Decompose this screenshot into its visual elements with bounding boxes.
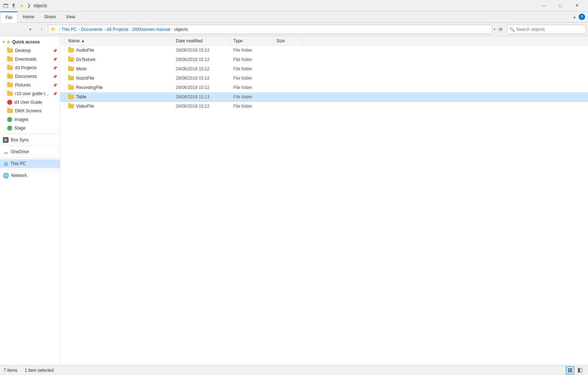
file-size-videofile [274, 102, 302, 111]
box-sync-icon: B [3, 137, 9, 143]
tab-file[interactable]: File [0, 11, 18, 23]
folder-icon-recordingfile [68, 85, 74, 90]
table-row[interactable]: VideoFile 28/06/2018 15:12 File folder [60, 102, 588, 111]
pictures-pin-icon: 📌 [53, 83, 57, 87]
file-size-mesh [274, 64, 302, 73]
tab-view[interactable]: View [61, 11, 80, 22]
table-row[interactable]: RecordingFile 28/06/2018 15:12 File fold… [60, 83, 588, 92]
downloads-folder-icon [7, 57, 13, 61]
address-dropdown-button[interactable]: ▾ [494, 27, 495, 31]
col-header-name[interactable]: Name ▲ [65, 36, 173, 45]
col-header-type[interactable]: Type [230, 36, 274, 45]
onedrive-icon: ☁ [3, 149, 9, 155]
breadcrumb-d3-projects[interactable]: d3 Projects [107, 27, 128, 32]
file-name-mesh: Mesh [65, 64, 173, 73]
refresh-button[interactable]: ⟳ [496, 25, 505, 34]
file-date-mesh: 28/06/2018 15:12 [173, 64, 230, 73]
table-row[interactable]: Mesh 28/06/2018 15:12 File folder [60, 64, 588, 74]
file-type-audiofile: File folder [230, 46, 274, 55]
col-name-label: Name [68, 38, 80, 43]
sidebar-item-network[interactable]: 🌐 Network [0, 171, 60, 180]
file-name-table: Table [65, 92, 173, 101]
sidebar-item-network-label: Network [11, 173, 27, 178]
sidebar-item-onedrive[interactable]: ☁ OneDrive [0, 147, 60, 156]
sidebar-item-d3-projects[interactable]: d3 Projects 📌 [0, 64, 60, 72]
sidebar-item-documents-label: Documents [15, 74, 37, 79]
svg-rect-9 [580, 368, 582, 372]
sidebar-item-box-sync[interactable]: B Box Sync [0, 136, 60, 144]
file-list-header: Name ▲ Date modified Type Size [60, 36, 588, 46]
file-size-recordingfile [274, 83, 302, 92]
forward-button[interactable]: → [14, 25, 24, 34]
back-button[interactable]: ← [2, 25, 12, 34]
ribbon-collapse-button[interactable]: ▲ [573, 15, 577, 19]
sidebar-item-dmx-screens[interactable]: DMX Screens [0, 107, 60, 115]
breadcrumb-dmxscreen-manual[interactable]: DMXscreen manual [132, 27, 170, 32]
up-button[interactable]: ↑ [37, 25, 47, 34]
pictures-folder-icon [7, 83, 13, 87]
folder-icon-audiofile [68, 48, 74, 52]
search-icon: 🔍 [509, 27, 515, 32]
table-row[interactable]: Table 28/06/2018 15:13 File folder [60, 92, 588, 102]
minimize-button[interactable]: ─ [536, 0, 552, 11]
table-row[interactable]: NotchFile 28/06/2018 15:12 File folder [60, 74, 588, 83]
svg-rect-7 [568, 371, 572, 372]
tab-home[interactable]: Home [18, 11, 39, 22]
recent-locations-button[interactable]: ▾ [25, 25, 35, 34]
svg-rect-1 [4, 4, 8, 5]
sidebar-item-r15-guide[interactable]: r15 user guide te… 📌 [0, 89, 60, 98]
col-header-date[interactable]: Date modified [173, 36, 230, 45]
sidebar-item-desktop[interactable]: Desktop 📌 [0, 46, 60, 55]
network-icon: 🌐 [3, 173, 9, 178]
breadcrumb[interactable]: 📁 › This PC › Documents › d3 Projects › … [48, 25, 492, 34]
file-size-dxtexture [274, 55, 302, 64]
file-type-notchfile: File folder [230, 74, 274, 83]
search-input[interactable] [516, 27, 583, 32]
sidebar-item-d3-user-guide[interactable]: d3 User Guide [0, 98, 60, 107]
title-bar-icons: ★ ❯ [3, 3, 31, 9]
col-type-label: Type [233, 38, 243, 43]
folder-icon-videofile [68, 104, 74, 108]
thispc-icon: 🖥 [3, 161, 8, 167]
sidebar-item-pictures-label: Pictures [15, 83, 31, 88]
sidebar-item-images-label: Images [14, 117, 28, 122]
tab-share[interactable]: Share [39, 11, 61, 22]
table-row[interactable]: DxTexture 28/06/2018 15:12 File folder [60, 55, 588, 64]
sidebar-item-this-pc-label: This PC [10, 161, 26, 166]
breadcrumb-documents[interactable]: Documents [81, 27, 103, 32]
images-icon [7, 117, 12, 122]
sidebar-quick-access-header[interactable]: ▾ ★ Quick access [0, 38, 60, 46]
file-name-recordingfile: RecordingFile [65, 83, 173, 92]
sidebar-item-pictures[interactable]: Pictures 📌 [0, 81, 60, 89]
selected-count: 1 item selected [25, 368, 54, 373]
d3projects-pin-icon: 📌 [53, 66, 57, 70]
sidebar-item-downloads[interactable]: Downloads 📌 [0, 55, 60, 64]
maximize-button[interactable]: □ [552, 0, 569, 11]
col-header-size[interactable]: Size [274, 36, 302, 45]
file-date-recordingfile: 28/06/2018 15:12 [173, 83, 230, 92]
sidebar-item-onedrive-label: OneDrive [11, 149, 29, 154]
sidebar-item-documents[interactable]: Documents 📌 [0, 72, 60, 81]
file-name-notchfile: NotchFile [65, 74, 173, 83]
help-button[interactable]: ? [579, 14, 585, 20]
pin-icon [11, 3, 17, 9]
sidebar-item-this-pc[interactable]: 🖥 This PC [0, 159, 60, 168]
d3projects-folder-icon [7, 66, 13, 70]
d3-user-guide-icon [7, 100, 12, 105]
ribbon-tabs: File Home Share View ▲ ? [0, 11, 588, 22]
breadcrumb-this-pc[interactable]: This PC [61, 27, 77, 32]
details-view-button[interactable] [566, 366, 574, 374]
close-button[interactable]: ✕ [569, 0, 585, 11]
sidebar-item-stage[interactable]: Stage [0, 124, 60, 132]
ribbon: File Home Share View ▲ ? [0, 11, 588, 23]
desktop-pin-icon: 📌 [53, 49, 57, 53]
folder-icon-table [68, 95, 74, 99]
file-date-videofile: 28/06/2018 15:12 [173, 102, 230, 111]
preview-view-button[interactable] [576, 366, 584, 374]
file-type-recordingfile: File folder [230, 83, 274, 92]
svg-rect-6 [568, 370, 572, 371]
file-type-videofile: File folder [230, 102, 274, 111]
address-bar: ← → ▾ ↑ 📁 › This PC › Documents › d3 Pro… [0, 23, 588, 36]
sidebar-item-images[interactable]: Images [0, 115, 60, 124]
table-row[interactable]: AudioFile 28/06/2018 15:12 File folder [60, 46, 588, 55]
